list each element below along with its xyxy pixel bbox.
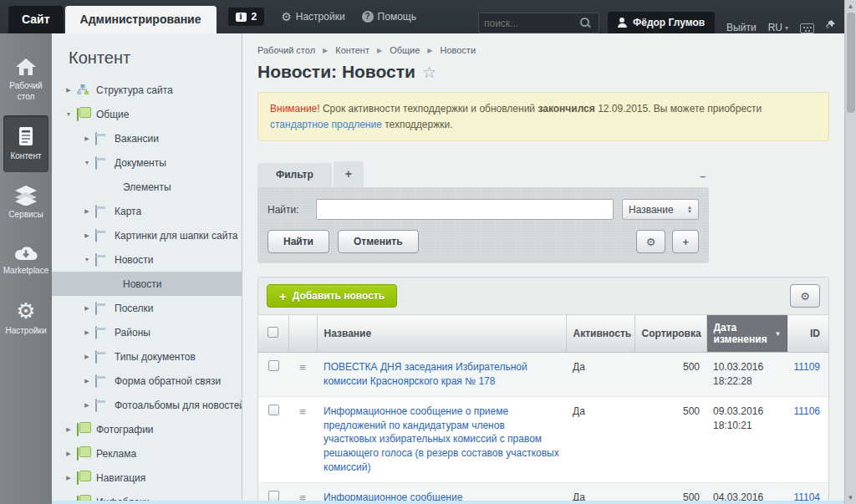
chevron-right-icon[interactable]: ▶ (82, 402, 92, 409)
chevron-right-icon[interactable]: ▶ (82, 329, 92, 336)
chevron-down-icon[interactable]: ▼ (82, 160, 92, 165)
chevron-right-icon[interactable]: ▶ (82, 208, 92, 215)
filter-settings-button[interactable]: ⚙ (636, 230, 666, 253)
chevron-right-icon[interactable]: ▶ (64, 426, 74, 433)
renewal-link[interactable]: стандартное продление (270, 119, 382, 130)
filter-cancel-button[interactable]: Отменить (338, 230, 419, 253)
notifications-badge[interactable]: i 2 (228, 8, 265, 26)
row-checkbox[interactable] (268, 405, 279, 415)
search-icon[interactable] (580, 18, 591, 28)
tree-item-districts[interactable]: ▶ Районы (52, 320, 242, 344)
filter-find-input[interactable] (316, 199, 614, 220)
sidebar-item-label: Контент (10, 151, 41, 162)
tree-item-navigation[interactable]: ▶ Навигация (52, 466, 242, 490)
sitemap-icon (77, 84, 89, 95)
minimize-filter-button[interactable]: – (700, 171, 706, 182)
sidebar-item-settings[interactable]: ⚙ Настройки (3, 290, 48, 347)
settings-menu[interactable]: ⚙ Настройки (281, 10, 344, 23)
warning-text: Срок активности техподдержки и обновлени… (323, 103, 535, 115)
chevron-right-icon[interactable]: ▶ (82, 135, 92, 142)
search-input[interactable] (484, 18, 580, 29)
scroll-down-icon[interactable]: ▼ (848, 491, 854, 504)
tree-item-label: Новости (115, 254, 153, 266)
language-dropdown[interactable]: RU ▾ (768, 22, 788, 33)
table-row[interactable]: ≡ Информационное сообщение о приеме пред… (258, 396, 828, 482)
user-menu-button[interactable]: Фёдор Глумов (608, 12, 715, 33)
add-news-button[interactable]: + Добавить новость (267, 284, 397, 308)
tree-item-elements[interactable]: Элементы (52, 175, 242, 199)
logout-button[interactable]: Выйти (726, 22, 757, 33)
breadcrumb-link-common[interactable]: Общие (390, 45, 420, 55)
breadcrumb-link-news[interactable]: Новости (440, 45, 476, 55)
tree-item-ads[interactable]: ▶ Реклама (52, 441, 242, 466)
news-id-link[interactable]: 11109 (793, 361, 820, 373)
pin-icon[interactable] (824, 19, 836, 33)
select-all-checkbox[interactable] (268, 327, 278, 338)
chevron-right-icon[interactable]: ▶ (82, 305, 92, 312)
tree-item-map[interactable]: ▶ Карта (52, 199, 242, 223)
tree-item-label: Документы (115, 157, 166, 169)
tree-item-news-section[interactable]: ▼ Новости (52, 247, 242, 272)
chevron-down-icon[interactable]: ▼ (82, 257, 92, 262)
column-header-active[interactable]: Активность (566, 315, 634, 353)
help-menu[interactable]: ? Помощь (362, 11, 416, 23)
header-drag-cell (288, 315, 317, 353)
hotkeys-icon[interactable] (800, 23, 814, 33)
tree-item-label: Навигация (96, 472, 145, 484)
row-menu-icon[interactable]: ≡ (299, 361, 306, 374)
filter-search-button[interactable]: Найти (268, 230, 329, 253)
sidebar-item-content[interactable]: Контент (3, 115, 48, 172)
site-tab[interactable]: Сайт (8, 6, 64, 33)
vertical-scrollbar[interactable]: ▲ ▼ (844, 0, 856, 504)
content-tree-panel: Контент ▶ Структура сайта ▼ Общие ▶ Вака… (52, 33, 242, 504)
tree-item-document-types[interactable]: ▶ Типы документов (52, 344, 242, 369)
filter-tab[interactable]: Фильтр (257, 163, 332, 187)
workspace: Рабочий стол Контент Сервисы (0, 33, 844, 504)
tree-item-feedback-form[interactable]: ▶ Форма обратной связи (52, 369, 242, 393)
filter-body: Найти: Название ▲▼ Найти Отменить ⚙ (257, 187, 709, 263)
sidebar-item-services[interactable]: Сервисы (3, 176, 48, 231)
sidebar-item-marketplace[interactable]: Marketplace (3, 233, 48, 287)
tree-item-settlements[interactable]: ▶ Поселки (52, 296, 242, 320)
tree-item-news-selected[interactable]: Новости (52, 272, 242, 296)
column-header-sort[interactable]: Сортировка (634, 315, 706, 353)
tree-item-vacancies[interactable]: ▶ Вакансии (52, 126, 242, 150)
chevron-right-icon[interactable]: ▶ (82, 232, 92, 239)
tree-item-site-structure[interactable]: ▶ Структура сайта (52, 78, 242, 102)
grid-settings-button[interactable]: ⚙ (790, 284, 820, 308)
chevron-right-icon[interactable]: ▶ (82, 354, 92, 360)
add-filter-tab-button[interactable]: + (334, 161, 364, 187)
table-row[interactable]: ≡ ПОВЕСТКА ДНЯ заседания Избирательной к… (258, 353, 828, 397)
breadcrumb-link-content[interactable]: Контент (335, 45, 369, 55)
scroll-up-icon[interactable]: ▲ (848, 0, 854, 13)
news-link[interactable]: ПОВЕСТКА ДНЯ заседания Избирательной ком… (324, 361, 527, 387)
tree-item-common[interactable]: ▼ Общие (52, 102, 242, 126)
favorite-star-icon[interactable]: ☆ (422, 63, 436, 81)
chevron-right-icon[interactable]: ▶ (82, 378, 92, 384)
tree-item-photos[interactable]: ▶ Фотографии (52, 417, 242, 441)
cell-active: Да (566, 396, 634, 482)
filter-add-field-button[interactable]: + (672, 230, 699, 253)
column-header-id[interactable]: ID (787, 315, 828, 353)
chevron-down-icon[interactable]: ▼ (64, 111, 74, 117)
row-menu-icon[interactable]: ≡ (299, 405, 306, 418)
tree-item-documents[interactable]: ▼ Документы (52, 150, 242, 175)
question-icon: ? (362, 11, 374, 23)
row-checkbox[interactable] (268, 360, 279, 371)
tree-item-photo-albums[interactable]: ▶ Фотоальбомы для новостей (52, 393, 242, 417)
header-checkbox-cell (258, 315, 288, 353)
admin-tab[interactable]: Администрирование (65, 6, 217, 33)
breadcrumb-link-desktop[interactable]: Рабочий стол (257, 45, 315, 55)
chevron-right-icon[interactable]: ▶ (64, 475, 74, 481)
column-header-name[interactable]: Название (317, 315, 566, 353)
scrollbar-thumb[interactable] (847, 13, 855, 113)
news-link[interactable]: Информационное сообщение о приеме предло… (324, 405, 559, 473)
news-id-link[interactable]: 11106 (793, 405, 820, 417)
chevron-right-icon[interactable]: ▶ (64, 451, 74, 457)
sidebar-item-desktop[interactable]: Рабочий стол (3, 47, 48, 112)
filter-field-select[interactable]: Название ▲▼ (622, 199, 699, 220)
column-header-date-modified[interactable]: Дата изменения ▼ (706, 315, 787, 353)
chevron-right-icon[interactable]: ▶ (64, 87, 74, 94)
row-checkbox[interactable] (268, 491, 279, 501)
tree-item-header-images[interactable]: ▶ Картинки для шапки сайта (52, 223, 242, 247)
